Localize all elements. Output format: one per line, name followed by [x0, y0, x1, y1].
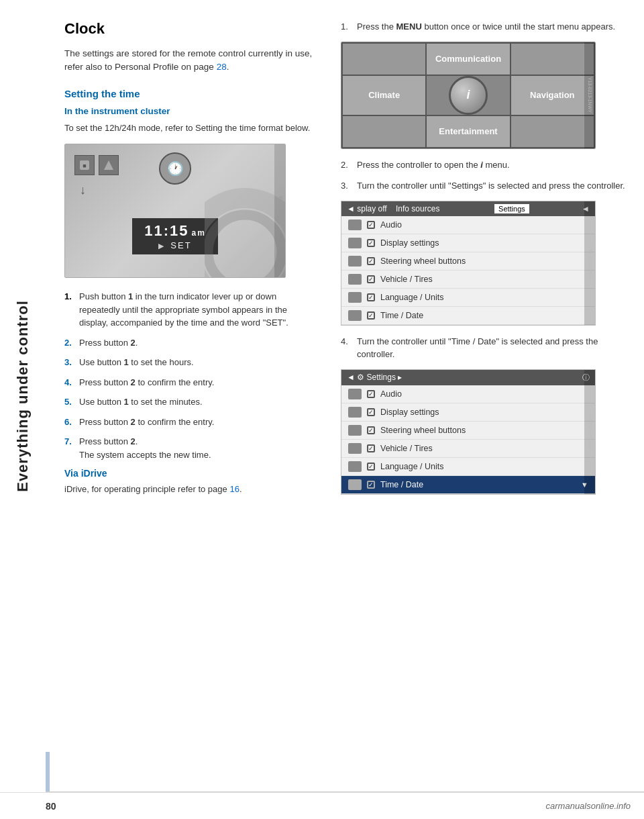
- check-audio-2: ✓: [367, 390, 375, 398]
- settings-row-audio-1: ✓ Audio: [341, 216, 595, 234]
- settings-row-display-1: ✓ Display settings: [341, 234, 595, 252]
- page-link-28[interactable]: 28: [217, 62, 227, 72]
- svg-marker-2: [104, 160, 113, 170]
- menu-cell-climate: Climate: [343, 76, 425, 115]
- step-5: 5. Use button 1 to set the minutes.: [64, 395, 314, 409]
- settings-header-2: ◄ ⚙ Settings ▸ ⓘ: [341, 370, 595, 385]
- right-column: 1. Press the MENU button once or twice u…: [327, 0, 644, 792]
- setting-time-heading: Setting the time: [64, 88, 314, 99]
- svg-text:■: ■: [83, 162, 86, 169]
- check-audio-1: ✓: [367, 221, 375, 229]
- menu-cell-empty2: [511, 44, 594, 75]
- check-time-1: ✓: [367, 311, 375, 320]
- menu-cell-center: i: [427, 76, 509, 115]
- watermark-menu: Y13-0213-1NWY: [584, 42, 595, 148]
- right-step-2: 2. Press the controller to open the i me…: [341, 158, 631, 172]
- clock-symbol-area: 🕐: [159, 152, 191, 185]
- right-step-4: 4. Turn the controller until "Time / Dat…: [341, 335, 631, 361]
- watermark-cluster: WC2BLV0WA: [274, 144, 286, 277]
- cluster-icon-2: [99, 155, 119, 175]
- step-6: 6. Press button 2 to confirm the entry.: [64, 416, 314, 429]
- page-tab: [46, 752, 50, 792]
- settings-row-audio-2: ✓ Audio: [341, 385, 595, 403]
- check-language-2: ✓: [367, 463, 375, 471]
- menu-cell-communication: Communication: [427, 44, 509, 75]
- settings-row-time-1: ✓ Time / Date: [341, 307, 595, 325]
- page-title: Clock: [64, 20, 314, 38]
- settings-row-language-1: ✓ Language / Units: [341, 289, 595, 307]
- check-display-2: ✓: [367, 408, 375, 416]
- check-language-1: ✓: [367, 293, 375, 301]
- check-vehicle-2: ✓: [367, 444, 375, 452]
- svg-point-4: [208, 215, 282, 277]
- check-steering-2: ✓: [367, 426, 375, 434]
- step-1: 1. Push button 1 in the turn indicator l…: [64, 290, 314, 330]
- via-idrive-body: iDrive, for operating principle refer to…: [64, 483, 314, 496]
- clock-circle-icon: 🕐: [159, 152, 191, 185]
- right-step-1: 1. Press the MENU button once or twice u…: [341, 20, 631, 34]
- settings-header-1: ◄ splay off Info sources Settings ◄: [341, 201, 595, 216]
- watermark-settings-1: Y31-T2GS30NY: [584, 201, 595, 325]
- menu-cell-entertainment: Entertainment: [427, 116, 509, 147]
- menu-cell-empty3: [343, 116, 425, 147]
- settings-list-2: ◄ ⚙ Settings ▸ ⓘ ✓ Audio ✓ Display setti…: [341, 369, 596, 495]
- website-text: carmanualsonline.info: [546, 801, 631, 811]
- instrument-cluster-subheading: In the instrument cluster: [64, 106, 314, 116]
- menu-grid: Communication Climate i Navigation Enter…: [341, 42, 595, 148]
- check-display-1: ✓: [367, 239, 375, 247]
- menu-cell-empty1: [343, 44, 425, 75]
- right-step-3: 3. Turn the controller until "Settings" …: [341, 179, 631, 193]
- idrive-knob: i: [449, 76, 488, 115]
- settings-row-language-2: ✓ Language / Units: [341, 458, 595, 476]
- main-content: Clock The settings are stored for the re…: [46, 0, 644, 792]
- speedometer-bg: [205, 144, 285, 277]
- page-number: 80: [46, 801, 56, 812]
- left-steps-list: 1. Push button 1 in the turn indicator l…: [64, 290, 314, 461]
- check-steering-1: ✓: [367, 257, 375, 265]
- intro-text: The settings are stored for the remote c…: [64, 47, 314, 75]
- idrive-menu-image: Communication Climate i Navigation Enter…: [341, 42, 596, 149]
- watermark-settings-2: Y31-TST1GN1NY: [584, 370, 595, 494]
- time-value: 11:15am: [144, 222, 206, 239]
- check-vehicle-1: ✓: [367, 275, 375, 283]
- cluster-icon-1: ■: [74, 155, 95, 175]
- menu-cell-navigation: Navigation: [511, 76, 594, 115]
- sidebar-label: Everything under control: [14, 300, 32, 492]
- play-arrow: ▶: [158, 242, 164, 250]
- check-time-2-highlighted: ✓: [367, 481, 375, 489]
- cluster-image: ■ ↓ 🕐: [64, 144, 286, 278]
- step-7: 7. Press button 2.The system accepts the…: [64, 435, 314, 461]
- instrument-cluster-body: To set the 12h/24h mode, refer to Settin…: [64, 122, 314, 135]
- page-link-16[interactable]: 16: [229, 484, 239, 494]
- footer: 80 carmanualsonline.info: [0, 792, 644, 819]
- settings-list-1: ◄ splay off Info sources Settings ◄ ✓ Au…: [341, 201, 596, 326]
- step-3: 3. Use button 1 to set the hours.: [64, 356, 314, 369]
- sidebar: Everything under control: [0, 0, 46, 792]
- step-2: 2. Press button 2.: [64, 336, 314, 350]
- settings-row-vehicle-1: ✓ Vehicle / Tires: [341, 271, 595, 289]
- step-4: 4. Press button 2 to confirm the entry.: [64, 376, 314, 389]
- settings-row-display-2: ✓ Display settings: [341, 403, 595, 422]
- cluster-icon-area: ■: [74, 155, 119, 175]
- settings-row-steering-1: ✓ Steering wheel buttons: [341, 252, 595, 271]
- settings-active-tab: Settings: [494, 204, 529, 213]
- left-column: Clock The settings are stored for the re…: [46, 0, 327, 792]
- down-arrow: ↓: [80, 183, 86, 197]
- settings-row-time-2-highlighted: ✓ Time / Date ▼: [341, 476, 595, 494]
- settings-row-vehicle-2: ✓ Vehicle / Tires: [341, 440, 595, 458]
- via-idrive-heading: Via iDrive: [64, 468, 314, 479]
- settings-row-steering-2: ✓ Steering wheel buttons: [341, 422, 595, 440]
- menu-cell-empty4: [511, 116, 594, 147]
